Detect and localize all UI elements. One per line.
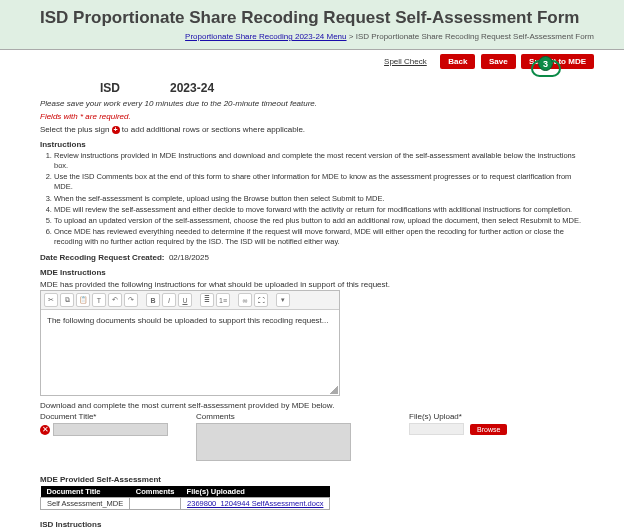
download-note: Download and complete the most current s… — [40, 401, 584, 410]
page-banner: ISD Proportionate Share Recoding Request… — [0, 0, 624, 49]
resize-handle-icon[interactable] — [330, 386, 338, 394]
th-doc-title: Document Title — [41, 486, 130, 498]
bold-icon[interactable]: B — [146, 293, 160, 307]
mde-provided-heading: MDE Provided Self-Assessment — [40, 475, 584, 484]
doc-title-label: Document Title* — [40, 412, 168, 421]
date-created-value: 02/18/2025 — [169, 253, 209, 262]
list-bullet-icon[interactable]: ≣ — [200, 293, 214, 307]
undo-icon[interactable]: ↶ — [108, 293, 122, 307]
instruction-item: When the self-assessment is complete, up… — [54, 194, 584, 204]
submit-to-mde-button[interactable]: Submit to MDE — [521, 54, 594, 69]
delete-row-icon[interactable]: ✕ — [40, 425, 50, 435]
instructions-heading: Instructions — [40, 140, 584, 149]
uploaded-file-link[interactable]: 2369800_1204944 SelfAssessment.docx — [187, 499, 323, 508]
date-created-label: Date Recoding Request Created: — [40, 253, 164, 262]
instruction-item: Use the ISD Comments box at the end of t… — [54, 172, 584, 192]
editor-toolbar: ✂ ⧉ 📋 T ↶ ↷ B I U ≣ 1≡ ∞ ⛶ ▾ — [41, 291, 339, 310]
breadcrumb-link[interactable]: Proportionate Share Recoding 2023-24 Men… — [185, 32, 346, 41]
chevron-down-icon[interactable]: ▾ — [276, 293, 290, 307]
instruction-item: Once MDE has reviewed everything needed … — [54, 227, 584, 247]
plus-note: Select the plus sign + to add additional… — [40, 125, 584, 134]
paste-text-icon[interactable]: T — [92, 293, 106, 307]
link-icon[interactable]: ∞ — [238, 293, 252, 307]
file-slot — [409, 423, 464, 435]
underline-icon[interactable]: U — [178, 293, 192, 307]
list-number-icon[interactable]: 1≡ — [216, 293, 230, 307]
browse-button[interactable]: Browse — [470, 424, 507, 435]
action-bar: Spell Check Back Save Submit to MDE — [0, 49, 624, 72]
mde-provided-table: Document Title Comments File(s) Uploaded… — [40, 486, 330, 510]
page-title: ISD Proportionate Share Recoding Request… — [40, 8, 594, 28]
plus-icon: + — [112, 126, 120, 134]
instruction-item: MDE will review the self-assessment and … — [54, 205, 584, 215]
cell-doc-title: Self Assessment_MDE — [41, 498, 130, 510]
instruction-item: Review instructions provided in MDE Inst… — [54, 151, 584, 171]
table-row: Self Assessment_MDE 2369800_1204944 Self… — [41, 498, 330, 510]
fiscal-year: 2023-24 — [170, 81, 214, 95]
mde-instructions-heading: MDE Instructions — [40, 268, 584, 277]
italic-icon[interactable]: I — [162, 293, 176, 307]
breadcrumb-current: ISD Proportionate Share Recoding Request… — [356, 32, 594, 41]
breadcrumb: Proportionate Share Recoding 2023-24 Men… — [40, 32, 594, 41]
editor-body[interactable]: The following documents should be upload… — [41, 310, 339, 395]
required-note: Fields with * are required. — [40, 112, 584, 121]
save-button[interactable]: Save — [481, 54, 516, 69]
files-upload-label: File(s) Upload* — [409, 412, 507, 421]
comments-label: Comments — [196, 412, 351, 421]
callout-3: 3 — [538, 56, 553, 71]
cut-icon[interactable]: ✂ — [44, 293, 58, 307]
fullscreen-icon[interactable]: ⛶ — [254, 293, 268, 307]
back-button[interactable]: Back — [440, 54, 475, 69]
redo-icon[interactable]: ↷ — [124, 293, 138, 307]
mde-instructions-sub: MDE has provided the following instructi… — [40, 280, 584, 289]
cell-comments — [130, 498, 181, 510]
doc-title-input[interactable] — [53, 423, 168, 436]
th-files: File(s) Uploaded — [181, 486, 330, 498]
copy-icon[interactable]: ⧉ — [60, 293, 74, 307]
save-reminder: Please save your work every 10 minutes d… — [40, 99, 584, 108]
spell-check-link[interactable]: Spell Check — [384, 57, 427, 66]
rich-text-editor: ✂ ⧉ 📋 T ↶ ↷ B I U ≣ 1≡ ∞ ⛶ ▾ The foll — [40, 290, 340, 396]
isd-instructions-heading: ISD Instructions — [40, 520, 584, 529]
th-comments: Comments — [130, 486, 181, 498]
instructions-list: Review instructions provided in MDE Inst… — [54, 151, 584, 247]
comments-input[interactable] — [196, 423, 351, 461]
isd-label: ISD — [100, 81, 120, 95]
paste-icon[interactable]: 📋 — [76, 293, 90, 307]
instruction-item: To upload an updated version of the self… — [54, 216, 584, 226]
